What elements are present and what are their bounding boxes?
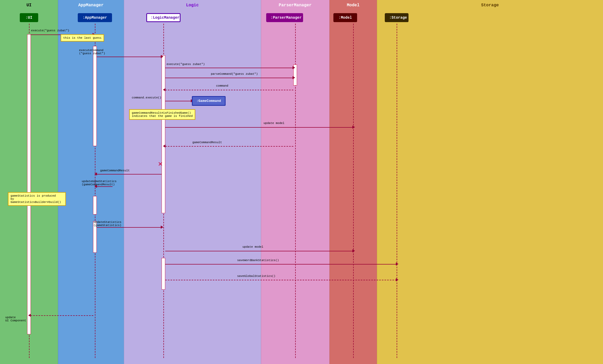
arrowhead-m5	[293, 76, 295, 79]
note-game-command: gameCommandResult#isFinishedGame()indica…	[129, 109, 195, 120]
label-m5: parseCommand("guess zubat")	[211, 72, 258, 76]
label-m13: updateStatistics(gameStatistics)	[94, 221, 121, 227]
arrowhead-m4	[293, 66, 295, 69]
arrow-m6	[165, 90, 293, 90]
label-m9: update model	[264, 122, 284, 125]
sequence-diagram: UI AppManager Logic ParserManager Model …	[0, 0, 603, 364]
arrow-m13	[97, 227, 162, 228]
arrowhead-m6	[163, 88, 166, 91]
activation-ui	[27, 34, 31, 334]
border-logic-parsermanager	[261, 0, 261, 364]
label-m16: saveGlobalStatistics()	[237, 275, 275, 278]
label-m10: gameCommandResult	[192, 141, 222, 144]
label-m17: updateUI Component	[5, 316, 26, 322]
activation-logic-1	[162, 55, 165, 213]
label-m6: command	[216, 84, 228, 87]
destroy-x: ✕	[158, 159, 163, 168]
arrow-m9	[165, 127, 353, 128]
lifeline-model	[353, 24, 354, 358]
lifeline-storage	[397, 24, 397, 358]
label-m14: update model	[242, 245, 263, 248]
activation-update-stats	[93, 196, 97, 215]
label-m7: command.execute()	[132, 96, 161, 99]
arrowhead-m9	[352, 126, 355, 129]
arrow-m11	[97, 174, 162, 174]
border-appmanager-logic	[124, 0, 124, 364]
lane-logic	[124, 0, 261, 364]
arrow-m5	[165, 78, 293, 78]
actor-storage: :Storage	[385, 13, 409, 22]
arrow-m7	[165, 101, 192, 101]
arrow-m12	[97, 186, 113, 187]
note-last-guess: this is the last guess	[61, 34, 104, 42]
arrowhead-m16	[396, 278, 398, 281]
arrow-m4	[165, 68, 293, 68]
border-ui-appmanager	[58, 0, 58, 364]
label-m4: execute("guess zubat")	[167, 63, 205, 66]
label-m1: execute("guess zubat")	[31, 29, 69, 32]
arrowhead-m13	[161, 226, 163, 229]
border-parsermanager-model	[329, 0, 330, 364]
arrow-m15	[165, 264, 397, 265]
note-game-stats: gameStatistics is producedby GameStatist…	[8, 192, 66, 206]
lane-header-storage: Storage	[377, 0, 603, 11]
lane-header-logic: Logic	[124, 0, 261, 11]
activation-logic-2	[162, 258, 165, 290]
label-m15: saveWordBankStatistics()	[237, 259, 279, 262]
arrow-m14	[165, 251, 353, 251]
arrowhead-m15	[396, 262, 398, 266]
border-model-storage	[377, 0, 377, 364]
arrow-m16	[165, 280, 397, 280]
arrow-m3	[97, 57, 162, 57]
activation-appmanager-1	[93, 46, 97, 146]
actor-appmanager: :AppManager	[78, 13, 112, 22]
label-m12: updateGameStatistics(gameCommandResult)	[82, 180, 116, 186]
actor-logicmanager: :LogicManager	[146, 13, 181, 22]
actor-model: :Model	[333, 13, 357, 22]
actor-parsermanager: :ParserManager	[266, 13, 303, 22]
arrowhead-m11	[94, 172, 97, 176]
lane-storage	[377, 0, 603, 364]
game-command-box: :GameCommand	[192, 96, 226, 106]
label-m11: gameCommandResult	[100, 169, 130, 172]
lane-header-ui: UI	[0, 0, 58, 11]
lane-header-appmanager: AppManager	[58, 0, 124, 11]
arrowhead-m17	[28, 314, 31, 317]
lane-header-model: Model	[329, 0, 377, 11]
lane-header-parsermanager: ParserManager	[261, 0, 329, 11]
label-m3: executeCommand("guess zubat")	[79, 49, 105, 55]
arrowhead-m3	[161, 55, 163, 58]
arrowhead-m14	[352, 249, 355, 252]
actor-ui: :UI	[20, 13, 38, 22]
arrow-m10	[165, 146, 293, 147]
arrowhead-m10	[163, 144, 166, 148]
arrow-m17	[31, 315, 93, 316]
